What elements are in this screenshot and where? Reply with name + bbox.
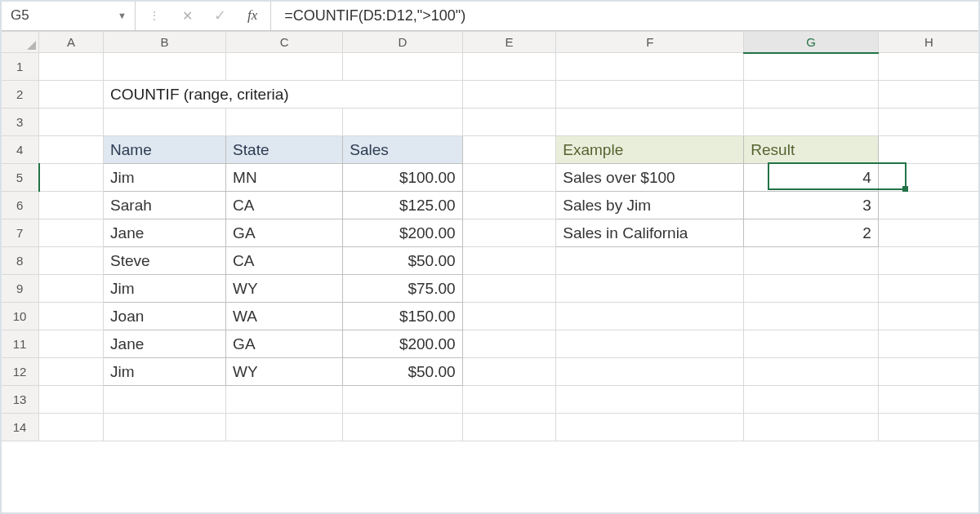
cell-E2[interactable] [462,81,556,109]
cell-H6[interactable] [878,192,979,219]
cell-D3[interactable] [343,109,462,136]
cell-A3[interactable] [39,109,104,136]
cell-G1[interactable] [744,53,878,81]
cell-G9[interactable] [744,275,878,303]
column-header-C[interactable]: C [226,32,343,53]
cell-F5[interactable]: Sales over $100 [556,164,744,192]
row-header-1[interactable]: 1 [1,53,39,81]
cell-B1[interactable] [104,53,226,81]
cell-E12[interactable] [462,358,556,386]
cell-B14[interactable] [104,414,226,441]
cell-E14[interactable] [462,414,556,441]
cell-B10[interactable]: Joan [104,303,226,330]
cell-F11[interactable] [556,330,744,358]
cell-D14[interactable] [343,414,462,441]
name-box-dropdown-icon[interactable]: ▼ [118,11,127,20]
cell-E5[interactable] [462,164,556,192]
cell-C13[interactable] [226,386,343,414]
cell-F13[interactable] [556,386,744,414]
cell-D12[interactable]: $50.00 [343,358,462,386]
fx-icon[interactable]: fx [247,7,257,24]
cell-B5[interactable]: Jim [104,164,226,192]
cell-D4[interactable]: Sales [343,136,462,164]
column-header-D[interactable]: D [343,32,462,53]
cell-E9[interactable] [462,275,556,303]
row-header-12[interactable]: 12 [1,358,39,386]
row-header-9[interactable]: 9 [1,275,39,303]
row-header-2[interactable]: 2 [1,81,39,109]
column-header-F[interactable]: F [556,32,744,53]
cell-B11[interactable]: Jane [104,330,226,358]
cell-H4[interactable] [878,136,979,164]
cell-F12[interactable] [556,358,744,386]
cell-B2[interactable]: COUNTIF (range, criteria) [104,81,463,109]
cell-C14[interactable] [226,414,343,441]
select-all-corner[interactable] [1,32,39,53]
cell-E4[interactable] [462,136,556,164]
column-header-A[interactable]: A [39,32,104,53]
cell-D1[interactable] [343,53,462,81]
cell-F7[interactable]: Sales in California [556,219,744,247]
cell-A14[interactable] [39,414,104,441]
cell-D13[interactable] [343,386,462,414]
cell-F9[interactable] [556,275,744,303]
row-header-8[interactable]: 8 [1,247,39,275]
cell-H13[interactable] [878,386,979,414]
cell-F2[interactable] [556,81,744,109]
cell-G10[interactable] [744,303,878,330]
cell-F1[interactable] [556,53,744,81]
cell-E7[interactable] [462,219,556,247]
cell-D7[interactable]: $200.00 [343,219,462,247]
cell-B6[interactable]: Sarah [104,192,226,219]
spreadsheet-grid[interactable]: ABCDEFGH12COUNTIF (range, criteria)34Nam… [0,31,980,441]
expand-icon[interactable]: ⋮ [149,9,161,22]
cell-A6[interactable] [39,192,104,219]
cell-G12[interactable] [744,358,878,386]
cell-C8[interactable]: CA [226,247,343,275]
cell-A12[interactable] [39,358,104,386]
row-header-6[interactable]: 6 [1,192,39,219]
cell-E10[interactable] [462,303,556,330]
cell-G5[interactable]: 4 [744,164,878,192]
cell-C6[interactable]: CA [226,192,343,219]
cell-B12[interactable]: Jim [104,358,226,386]
cell-E1[interactable] [462,53,556,81]
cell-C12[interactable]: WY [226,358,343,386]
cell-F3[interactable] [556,109,744,136]
cell-A7[interactable] [39,219,104,247]
cell-H12[interactable] [878,358,979,386]
cell-A13[interactable] [39,386,104,414]
cell-D6[interactable]: $125.00 [343,192,462,219]
column-header-E[interactable]: E [462,32,556,53]
cell-B8[interactable]: Steve [104,247,226,275]
cell-G8[interactable] [744,247,878,275]
column-header-B[interactable]: B [104,32,226,53]
cell-C11[interactable]: GA [226,330,343,358]
cell-F14[interactable] [556,414,744,441]
cell-B3[interactable] [104,109,226,136]
cell-D8[interactable]: $50.00 [343,247,462,275]
cell-E13[interactable] [462,386,556,414]
cell-C9[interactable]: WY [226,275,343,303]
cell-E11[interactable] [462,330,556,358]
cell-F8[interactable] [556,247,744,275]
cell-A1[interactable] [39,53,104,81]
cell-F6[interactable]: Sales by Jim [556,192,744,219]
cell-H9[interactable] [878,275,979,303]
cell-A4[interactable] [39,136,104,164]
row-header-13[interactable]: 13 [1,386,39,414]
cell-A11[interactable] [39,330,104,358]
cell-H7[interactable] [878,219,979,247]
cell-D11[interactable]: $200.00 [343,330,462,358]
cell-B7[interactable]: Jane [104,219,226,247]
cell-H11[interactable] [878,330,979,358]
row-header-10[interactable]: 10 [1,303,39,330]
cell-G13[interactable] [744,386,878,414]
cell-G7[interactable]: 2 [744,219,878,247]
cell-H14[interactable] [878,414,979,441]
cell-C5[interactable]: MN [226,164,343,192]
cell-G11[interactable] [744,330,878,358]
cell-C4[interactable]: State [226,136,343,164]
formula-input[interactable]: =COUNTIF(D5:D12,">100") [271,1,979,30]
enter-icon[interactable]: ✓ [214,7,226,24]
